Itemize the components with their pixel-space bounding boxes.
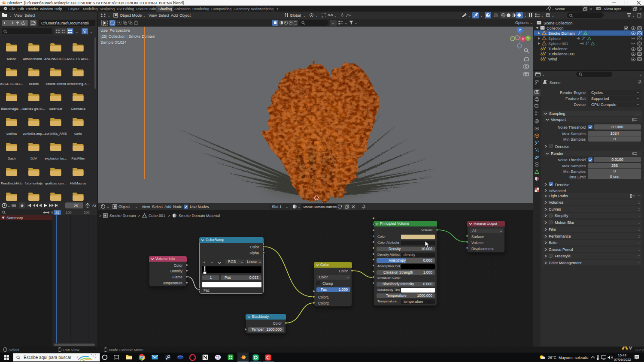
svg-text:Y: Y [527,37,529,40]
svg-text:X: X [522,38,524,41]
svg-text:Z: Z [519,28,521,32]
